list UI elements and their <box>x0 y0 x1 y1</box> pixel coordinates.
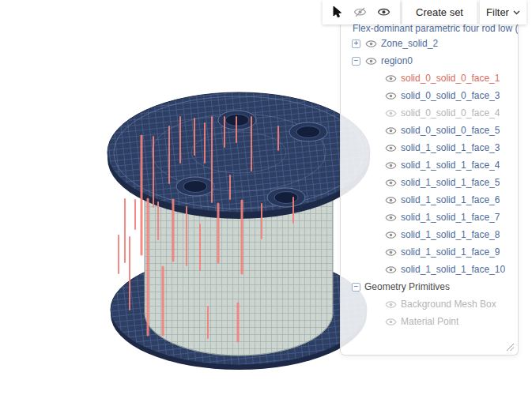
cursor-select-icon[interactable] <box>332 6 343 19</box>
eye-icon[interactable] <box>385 92 397 100</box>
tree-item[interactable]: solid_1_solid_1_face_5 <box>341 174 518 191</box>
tree-item[interactable]: Material Point <box>341 313 518 330</box>
chevron-down-icon <box>513 10 520 15</box>
view-tools-group <box>323 0 400 24</box>
eye-icon[interactable] <box>385 74 397 83</box>
tree-item-label[interactable]: solid_1_solid_1_face_3 <box>401 142 500 153</box>
tree-item[interactable]: solid_1_solid_1_face_4 <box>341 156 518 174</box>
tree-item-label[interactable]: Geometry Primitives <box>364 281 450 292</box>
eye-icon[interactable] <box>385 213 397 222</box>
tree-item-label[interactable]: solid_0_solid_0_face_1 <box>401 73 500 84</box>
eye-icon[interactable] <box>385 196 397 205</box>
tree-root-label[interactable]: Flex-dominant parametric four rod low (W… <box>353 24 518 34</box>
tree-item[interactable]: region0 <box>341 52 518 70</box>
tree-item-label[interactable]: solid_1_solid_1_face_8 <box>401 229 500 240</box>
eye-icon[interactable] <box>385 179 397 187</box>
scene-tree: Flex-dominant parametric four rod low (W… <box>341 24 518 330</box>
eye-icon[interactable] <box>377 7 391 17</box>
tree-item-label[interactable]: solid_0_solid_0_face_5 <box>401 125 500 136</box>
expand-icon[interactable] <box>352 40 360 48</box>
collapse-icon[interactable] <box>352 283 360 292</box>
filter-button-label: Filter <box>486 6 509 18</box>
tree-item-label[interactable]: solid_0_solid_0_face_4 <box>401 107 500 118</box>
tree-item[interactable]: solid_1_solid_1_face_8 <box>341 226 518 243</box>
tree-item[interactable]: solid_1_solid_1_face_9 <box>341 243 518 261</box>
tree-item[interactable]: solid_0_solid_0_face_3 <box>341 87 518 104</box>
tree-item[interactable]: Zone_solid_2 <box>341 35 518 52</box>
eye-icon[interactable] <box>385 300 397 309</box>
tree-item[interactable]: solid_1_solid_1_face_7 <box>341 209 518 226</box>
eye-icon[interactable] <box>385 161 397 170</box>
eye-icon[interactable] <box>365 57 377 66</box>
tree-item[interactable]: solid_1_solid_1_face_3 <box>341 139 518 156</box>
tree-item[interactable]: Background Mesh Box <box>341 295 518 313</box>
tree-item[interactable]: solid_0_solid_0_face_5 <box>341 122 518 139</box>
tree-item[interactable]: solid_1_solid_1_face_6 <box>341 191 518 209</box>
tree-item-label[interactable]: solid_1_solid_1_face_4 <box>401 160 500 171</box>
tree-item[interactable]: Geometry Primitives <box>341 278 518 295</box>
tree-item-label[interactable]: solid_1_solid_1_face_6 <box>401 194 500 205</box>
eye-icon[interactable] <box>385 126 397 135</box>
eye-off-icon[interactable] <box>353 7 367 17</box>
tree-item-label[interactable]: solid_1_solid_1_face_10 <box>401 264 505 275</box>
tree-item-label[interactable]: Background Mesh Box <box>401 299 496 310</box>
collapse-icon[interactable] <box>352 57 360 66</box>
tree-item-label[interactable]: region0 <box>381 55 413 66</box>
eye-icon[interactable] <box>385 144 397 152</box>
tree-item-label[interactable]: Material Point <box>401 316 458 327</box>
tree-item-label[interactable]: solid_1_solid_1_face_5 <box>401 177 500 188</box>
eye-icon[interactable] <box>385 318 397 326</box>
eye-icon[interactable] <box>365 40 377 48</box>
eye-icon[interactable] <box>385 248 397 257</box>
tree-root-title[interactable]: Flex-dominant parametric four rod low (W… <box>341 24 518 35</box>
eye-icon[interactable] <box>385 265 397 274</box>
create-set-button[interactable]: Create set <box>402 0 477 24</box>
scene-tree-panel: Flex-dominant parametric four rod low (W… <box>340 24 519 356</box>
tree-item-label[interactable]: solid_0_solid_0_face_3 <box>401 90 500 101</box>
tree-item-label[interactable]: Zone_solid_2 <box>381 38 438 49</box>
resize-handle[interactable] <box>506 343 515 352</box>
tree-item[interactable]: solid_0_solid_0_face_4 <box>341 104 518 122</box>
tree-item-label[interactable]: solid_1_solid_1_face_7 <box>401 212 500 223</box>
tree-item-label[interactable]: solid_1_solid_1_face_9 <box>401 246 500 258</box>
eye-icon[interactable] <box>385 231 397 239</box>
tree-item[interactable]: solid_1_solid_1_face_10 <box>341 261 518 278</box>
eye-icon[interactable] <box>385 109 397 118</box>
filter-button[interactable]: Filter <box>480 0 526 24</box>
tree-item[interactable]: solid_0_solid_0_face_1 <box>341 70 518 87</box>
